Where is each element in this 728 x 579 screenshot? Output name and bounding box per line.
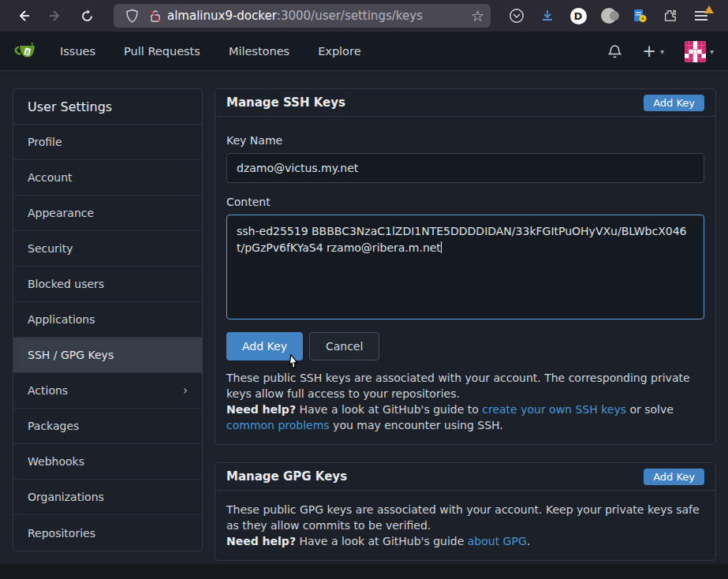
pocket-icon[interactable]	[505, 4, 528, 28]
chevron-right-icon: ›	[183, 383, 188, 398]
text-caret	[441, 241, 442, 253]
add-key-submit-button[interactable]: Add Key	[226, 332, 303, 360]
key-name-label: Key Name	[226, 134, 704, 147]
document-extension-icon[interactable]	[628, 4, 651, 28]
create-ssh-keys-link[interactable]: create your own SSH keys	[482, 403, 626, 416]
forward-button[interactable]	[43, 3, 68, 28]
gray-extension-icon[interactable]	[597, 4, 621, 28]
shield-icon[interactable]	[120, 4, 144, 28]
key-name-input[interactable]	[226, 153, 704, 183]
back-button[interactable]	[11, 3, 36, 28]
sidebar-item-security[interactable]: Security	[13, 231, 202, 267]
manage-gpg-keys-panel: Manage GPG Keys Add Key These public GPG…	[215, 462, 716, 561]
menu-warning-badge	[704, 6, 714, 13]
settings-main: Manage SSH Keys Add Key Key Name Content…	[215, 88, 716, 578]
insecure-lock-icon[interactable]	[144, 4, 167, 28]
ssh-content-textarea[interactable]: ssh-ed25519 BBBBC3NzaC1lZDI1NTE5DDDDIDAN…	[226, 215, 704, 319]
gitea-navbar: Issues Pull Requests Milestones Explore …	[0, 32, 728, 71]
download-icon[interactable]	[536, 4, 559, 28]
settings-sidebar: User Settings Profile Account Appearance…	[13, 88, 203, 551]
url-bar[interactable]: almalinux9-docker:3000/user/settings/key…	[114, 4, 491, 28]
about-gpg-link[interactable]: about GPG	[468, 535, 527, 547]
menu-hamburger-icon[interactable]	[689, 4, 713, 28]
sidebar-item-ssh-gpg-keys[interactable]: SSH / GPG Keys	[13, 338, 202, 373]
nav-link-milestones[interactable]: Milestones	[229, 45, 289, 58]
common-problems-link[interactable]: common problems	[226, 419, 330, 431]
gpg-help-text: These public GPG keys are associated wit…	[226, 502, 704, 549]
user-avatar-dropdown[interactable]: ▾	[685, 41, 714, 62]
sidebar-item-organizations[interactable]: Organizations	[13, 480, 202, 515]
nav-link-issues[interactable]: Issues	[60, 45, 95, 58]
sidebar-item-blocked-users[interactable]: Blocked users	[13, 267, 202, 302]
content-label: Content	[226, 196, 704, 208]
plus-icon: +	[642, 43, 656, 60]
bookmark-star-icon[interactable]: ☆	[471, 7, 484, 24]
sidebar-title: User Settings	[13, 89, 202, 125]
sidebar-item-applications[interactable]: Applications	[13, 302, 202, 338]
url-host: almalinux9-docker	[167, 9, 277, 23]
nav-link-explore[interactable]: Explore	[318, 45, 360, 58]
sidebar-item-repositories[interactable]: Repositories	[13, 515, 202, 551]
nav-link-pull-requests[interactable]: Pull Requests	[124, 45, 200, 58]
ssh-add-key-toggle-button[interactable]: Add Key	[644, 95, 704, 111]
chevron-down-icon: ▾	[660, 47, 664, 56]
notifications-bell-icon[interactable]	[608, 44, 622, 59]
manage-ssh-keys-panel: Manage SSH Keys Add Key Key Name Content…	[215, 88, 716, 445]
reload-button[interactable]	[74, 3, 99, 28]
sidebar-item-actions[interactable]: Actions›	[13, 373, 202, 409]
duckduckgo-extension-icon[interactable]: D	[566, 4, 590, 28]
gitea-logo-icon[interactable]	[14, 39, 38, 63]
url-path: :3000/user/settings/keys	[277, 9, 423, 23]
sidebar-item-webhooks[interactable]: Webhooks	[13, 444, 202, 480]
gpg-panel-title: Manage GPG Keys	[226, 469, 347, 484]
browser-toolbar: almalinux9-docker:3000/user/settings/key…	[0, 0, 728, 32]
sidebar-item-account[interactable]: Account	[13, 160, 202, 196]
sidebar-item-profile[interactable]: Profile	[13, 125, 202, 160]
gpg-add-key-toggle-button[interactable]: Add Key	[644, 469, 704, 485]
chevron-down-icon: ▾	[710, 47, 714, 56]
sidebar-item-appearance[interactable]: Appearance	[13, 196, 202, 231]
settings-page: User Settings Profile Account Appearance…	[0, 71, 728, 578]
avatar	[685, 41, 706, 62]
ssh-help-text: These public SSH keys are associated wit…	[226, 370, 704, 433]
sidebar-item-packages[interactable]: Packages	[13, 409, 202, 444]
footer-band	[0, 564, 728, 579]
cancel-button[interactable]: Cancel	[309, 332, 379, 360]
puzzle-extensions-icon[interactable]	[659, 4, 682, 28]
ssh-panel-title: Manage SSH Keys	[226, 95, 345, 110]
create-new-dropdown[interactable]: + ▾	[642, 43, 664, 60]
